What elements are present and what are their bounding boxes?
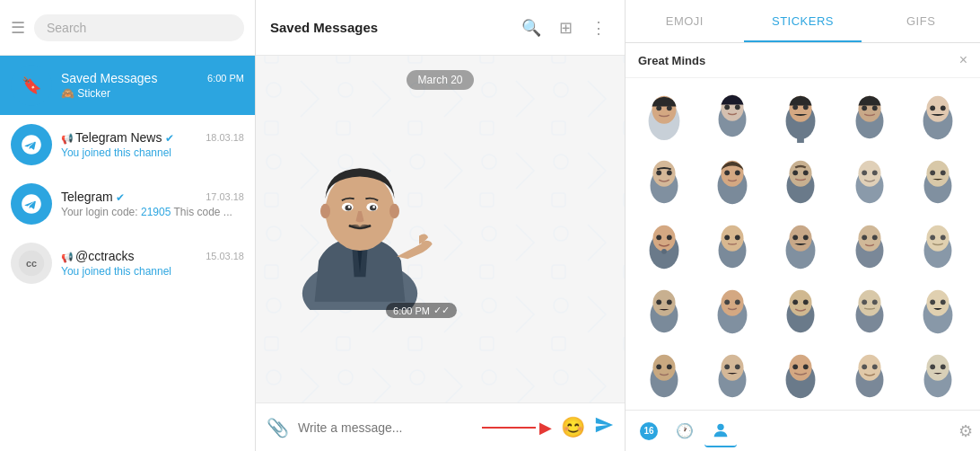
more-icon[interactable]: ⋮	[587, 14, 610, 41]
sticker-cell-6[interactable]	[633, 150, 696, 213]
sticker-cell-3[interactable]	[769, 85, 832, 148]
nav-sticker-clock[interactable]: 🕐	[669, 415, 701, 447]
svg-point-112	[862, 364, 867, 369]
svg-point-75	[926, 226, 949, 252]
sticker-cell-24[interactable]	[838, 344, 901, 407]
tab-gifs[interactable]: GIFS	[862, 0, 980, 42]
svg-point-32	[871, 105, 877, 111]
svg-point-84	[724, 299, 730, 305]
sticker-cell-10[interactable]	[906, 150, 969, 213]
sticker-cell-22[interactable]	[701, 344, 764, 407]
sticker-cell-14[interactable]	[838, 215, 901, 278]
svg-point-109	[803, 364, 809, 369]
sticker-cell-1[interactable]	[633, 85, 696, 148]
avatar-cctracks: cc	[11, 243, 52, 284]
message-time: 6:00 PM	[393, 305, 430, 316]
sticker-cell-15[interactable]	[906, 215, 969, 278]
sticker-tabs: EMOJI STICKERS GIFS	[626, 0, 980, 43]
sticker-cell-21[interactable]	[633, 344, 696, 407]
tab-stickers[interactable]: STICKERS	[744, 0, 862, 42]
svg-point-19	[667, 105, 672, 111]
sticker-cell-18[interactable]	[769, 279, 832, 342]
chat-time-telegram-news: 18.03.18	[206, 132, 244, 143]
sticker-cell-17[interactable]	[701, 279, 764, 342]
svg-point-79	[652, 290, 675, 316]
attach-icon[interactable]: 📎	[267, 417, 289, 438]
svg-point-77	[941, 234, 946, 240]
sticker-cell-12[interactable]	[701, 215, 764, 278]
search-header-icon[interactable]: 🔍	[518, 14, 545, 41]
svg-point-103	[722, 355, 744, 381]
svg-point-100	[656, 364, 661, 369]
settings-icon[interactable]: ⚙	[958, 421, 973, 441]
svg-point-101	[667, 364, 672, 369]
chat-preview-saved: 🙈 Sticker	[61, 87, 244, 100]
svg-point-108	[793, 364, 799, 369]
svg-point-81	[667, 299, 672, 305]
sticker-cell-2[interactable]	[701, 85, 764, 148]
svg-point-55	[930, 170, 935, 175]
sticker-cell-20[interactable]	[906, 279, 969, 342]
svg-point-99	[652, 355, 675, 381]
svg-point-48	[803, 170, 809, 175]
sticker-cell-7[interactable]	[701, 150, 764, 213]
chat-info-cctracks: 📢@cctracks 15.03.18 You joined this chan…	[61, 249, 244, 278]
svg-point-73	[871, 234, 877, 240]
chat-info-telegram-news: 📢Telegram News ✔ 18.03.18 You joined thi…	[61, 130, 244, 159]
sticker-cell-13[interactable]	[769, 215, 832, 278]
sticker-nav: 16 🕐 ⚙	[626, 410, 980, 451]
svg-point-72	[862, 234, 867, 240]
svg-point-60	[667, 234, 672, 240]
svg-point-87	[790, 290, 812, 316]
sticker-cell-4[interactable]	[838, 85, 901, 148]
chat-item-cctracks[interactable]: cc 📢@cctracks 15.03.18 You joined this c…	[0, 234, 255, 293]
search-input[interactable]: Search	[34, 14, 244, 41]
svg-point-52	[871, 170, 877, 175]
svg-point-12	[348, 206, 351, 208]
layout-icon[interactable]: ⊞	[556, 14, 576, 41]
hamburger-icon[interactable]: ☰	[11, 18, 25, 38]
date-badge: March 20	[407, 70, 473, 90]
chat-item-telegram[interactable]: Telegram ✔ 17.03.18 Your login code: 219…	[0, 174, 255, 234]
sticker-cell-23[interactable]	[769, 344, 832, 407]
avatar-telegram	[11, 183, 52, 225]
chat-item-saved[interactable]: 🔖 Saved Messages 6:00 PM 🙈 Sticker	[0, 56, 255, 115]
arrow-decoration: ▶	[482, 418, 552, 438]
tab-emoji[interactable]: EMOJI	[626, 0, 744, 42]
svg-point-95	[926, 290, 949, 316]
send-icon[interactable]	[594, 415, 614, 440]
sticker-set-title: Great Minds	[638, 54, 959, 67]
chat-preview-cctracks: You joined this channel	[61, 265, 244, 278]
sticker-cell-16[interactable]	[633, 279, 696, 342]
nav-sticker-person[interactable]	[704, 415, 737, 447]
sticker-panel-header: Great Minds ×	[626, 43, 980, 78]
chat-name-saved: Saved Messages	[61, 71, 157, 85]
chat-preview-telegram-news: You joined this channel	[61, 146, 244, 159]
sticker-cell-25[interactable]	[906, 344, 969, 407]
avatar-telegram-news	[11, 124, 52, 165]
sticker-cell-19[interactable]	[838, 279, 901, 342]
sticker-cell-9[interactable]	[838, 150, 901, 213]
svg-point-117	[941, 364, 946, 369]
close-sticker-panel[interactable]: ×	[959, 52, 967, 68]
sticker-cell-11[interactable]	[633, 215, 696, 278]
chat-list: 🔖 Saved Messages 6:00 PM 🙈 Sticker 📢Tele…	[0, 56, 255, 451]
svg-point-47	[793, 170, 799, 175]
sticker-cell-5[interactable]	[906, 85, 969, 148]
sticker-cell-8[interactable]	[769, 150, 832, 213]
arrow-head-icon: ▶	[539, 418, 552, 438]
svg-point-92	[862, 299, 867, 305]
nav-sticker-recent[interactable]: 16	[633, 415, 665, 447]
chat-messages: March 20	[256, 56, 625, 402]
svg-point-118	[717, 423, 723, 429]
svg-point-111	[858, 355, 880, 381]
chat-item-telegram-news[interactable]: 📢Telegram News ✔ 18.03.18 You joined thi…	[0, 115, 255, 174]
svg-point-63	[722, 226, 744, 252]
emoji-icon[interactable]: 😊	[561, 416, 585, 439]
nav-badge: 16	[640, 422, 658, 440]
sidebar: ☰ Search 🔖 Saved Messages 6:00 PM 🙈 Stic…	[0, 0, 256, 451]
message-input[interactable]	[298, 420, 473, 435]
svg-point-104	[724, 364, 730, 369]
chat-area: Saved Messages 🔍 ⊞ ⋮ March 20	[256, 0, 626, 451]
svg-point-76	[930, 234, 935, 240]
